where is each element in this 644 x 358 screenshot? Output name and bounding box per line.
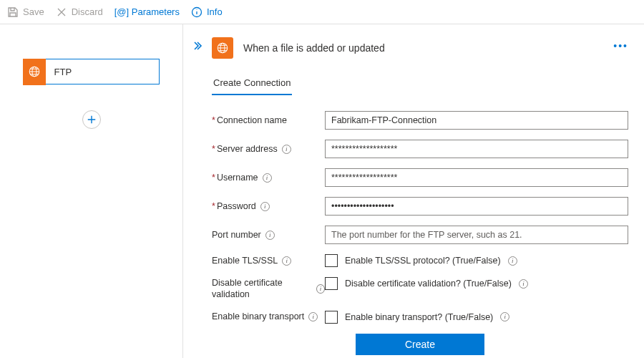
tab-bar: Create Connection	[212, 73, 628, 95]
close-icon	[56, 6, 67, 18]
label-enable-binary: Enable binary transport i	[212, 311, 325, 322]
checkbox-enable-tls[interactable]	[325, 254, 338, 267]
create-button[interactable]: Create	[356, 334, 484, 355]
info-icon[interactable]: i	[508, 256, 517, 266]
label-disable-cert: Disable certificate validation i	[212, 277, 325, 301]
row-enable-tls: Enable TLS/SSL i Enable TLS/SSL protocol…	[212, 254, 628, 267]
checkbox-disable-cert[interactable]	[325, 277, 338, 290]
connection-name-input[interactable]	[325, 111, 628, 130]
row-connection-name: *Connection name	[212, 111, 628, 130]
row-enable-binary: Enable binary transport i Enable binary …	[212, 311, 628, 324]
checkbox-disable-cert-label: Disable certificate validation? (True/Fa…	[345, 279, 512, 289]
info-icon	[191, 6, 203, 18]
main-area: FTP When a file is added or updated ••• …	[0, 24, 644, 358]
label-connection-name: *Connection name	[212, 115, 325, 126]
label-enable-tls: Enable TLS/SSL i	[212, 255, 325, 266]
checkbox-enable-tls-label: Enable TLS/SSL protocol? (True/False)	[345, 256, 501, 266]
connection-form: *Connection name *Server address i *User…	[212, 111, 628, 355]
workflow-node-label: FTP	[54, 67, 72, 77]
info-icon[interactable]: i	[500, 312, 509, 321]
row-username: *Username i	[212, 168, 628, 187]
info-icon[interactable]: i	[308, 312, 318, 321]
parameters-label: [@] Parameters	[114, 6, 180, 17]
info-icon[interactable]: i	[316, 284, 325, 294]
info-label: Info	[207, 6, 223, 17]
label-password: *Password i	[212, 200, 325, 212]
row-port-number: Port number i	[212, 226, 628, 244]
check-disable-cert-wrap: Disable certificate validation? (True/Fa…	[325, 277, 528, 290]
collapse-icon[interactable]	[192, 40, 203, 54]
check-enable-binary-wrap: Enable binary transport? (True/False) i	[325, 311, 509, 324]
add-step-button[interactable]	[82, 110, 101, 129]
info-icon[interactable]: i	[519, 279, 528, 289]
label-port-number: Port number i	[212, 229, 325, 241]
password-input[interactable]	[325, 197, 628, 216]
row-password: *Password i	[212, 197, 628, 216]
designer-canvas: FTP	[0, 24, 183, 358]
label-server-address: *Server address i	[212, 143, 325, 155]
trigger-ftp-icon	[212, 37, 233, 59]
ftp-icon	[23, 59, 46, 85]
row-server-address: *Server address i	[212, 140, 628, 158]
more-menu-button[interactable]: •••	[613, 40, 628, 52]
discard-button[interactable]: Discard	[56, 6, 103, 18]
info-icon[interactable]: i	[260, 202, 270, 211]
details-pane: When a file is added or updated ••• Crea…	[183, 24, 644, 358]
workflow-node-ftp[interactable]: FTP	[24, 59, 160, 84]
info-icon[interactable]: i	[263, 173, 272, 183]
save-icon	[7, 6, 19, 18]
info-icon[interactable]: i	[282, 256, 291, 266]
tab-create-connection[interactable]: Create Connection	[212, 73, 292, 95]
check-enable-tls-wrap: Enable TLS/SSL protocol? (True/False) i	[325, 254, 517, 267]
server-address-input[interactable]	[325, 140, 628, 158]
port-number-input[interactable]	[325, 226, 628, 244]
info-icon[interactable]: i	[265, 231, 275, 240]
row-disable-cert: Disable certificate validation i Disable…	[212, 277, 628, 301]
label-username: *Username i	[212, 172, 325, 183]
checkbox-enable-binary-label: Enable binary transport? (True/False)	[345, 312, 493, 322]
save-button[interactable]: Save	[7, 6, 44, 18]
parameters-button[interactable]: [@] Parameters	[114, 6, 180, 17]
username-input[interactable]	[325, 168, 628, 187]
trigger-title: When a file is added or updated	[243, 42, 385, 54]
checkbox-enable-binary[interactable]	[325, 311, 338, 324]
info-button[interactable]: Info	[191, 6, 223, 18]
save-label: Save	[23, 6, 44, 17]
discard-label: Discard	[72, 6, 103, 17]
info-icon[interactable]: i	[282, 145, 291, 154]
toolbar: Save Discard [@] Parameters Info	[0, 0, 644, 24]
trigger-header: When a file is added or updated •••	[212, 37, 628, 59]
